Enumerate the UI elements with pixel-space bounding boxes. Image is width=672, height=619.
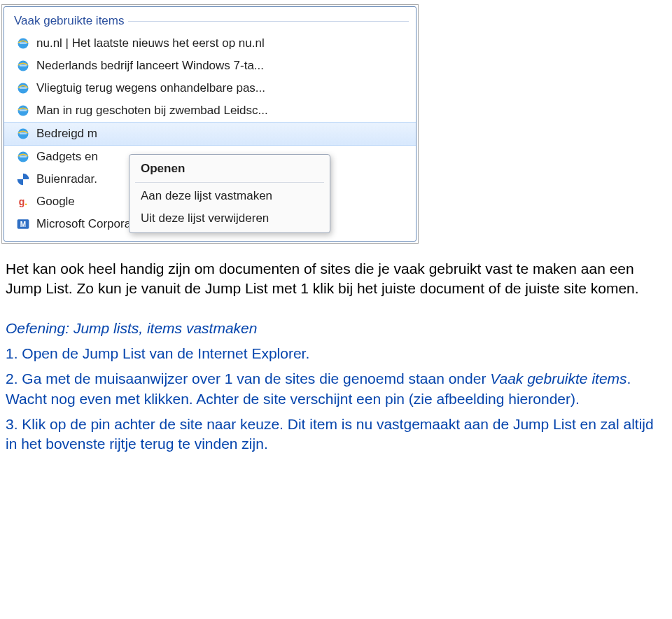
jump-list-item-label: Buienradar. xyxy=(36,172,97,186)
step-2: 2. Ga met de muisaanwijzer over 1 van de… xyxy=(6,369,666,409)
ie-icon xyxy=(15,149,31,165)
ie-icon xyxy=(15,58,31,74)
svg-rect-5 xyxy=(20,87,27,89)
svg-rect-3 xyxy=(20,64,27,67)
svg-text:M: M xyxy=(20,221,26,228)
jump-list-item-label: Vliegtuig terug wegens onhandelbare pas.… xyxy=(36,81,265,95)
paragraph-intro: Het kan ook heel handig zijn om document… xyxy=(6,259,666,299)
jump-list-item-label: nu.nl | Het laatste nieuws het eerst op … xyxy=(36,36,265,50)
jump-list-item-label: Bedreigd m xyxy=(36,127,97,141)
ie-icon xyxy=(15,81,31,96)
ie-icon xyxy=(15,126,31,141)
svg-rect-11 xyxy=(20,155,27,158)
jump-list-item-label: Google xyxy=(36,195,75,209)
section-header-label: Vaak gebruikte items xyxy=(14,14,124,28)
jump-list-item-label: Man in rug geschoten bij zwembad Leidsc.… xyxy=(36,104,268,118)
exercise-heading: Oefening: Jump lists, items vastmaken xyxy=(6,319,666,338)
context-menu-remove[interactable]: Uit deze lijst verwijderen xyxy=(131,207,328,230)
jump-list-item-label: Gadgets en xyxy=(36,150,98,164)
section-header-rule xyxy=(128,21,409,22)
jump-list-window: Vaak gebruikte items nu.nl | Het laatste… xyxy=(4,6,416,242)
svg-rect-7 xyxy=(20,109,27,111)
jump-list-item[interactable]: Nederlands bedrijf lanceert Windows 7-ta… xyxy=(4,55,416,77)
step-3: 3. Klik op de pin achter de site naar ke… xyxy=(6,415,666,454)
jump-list-item-selected[interactable]: Bedreigd m xyxy=(4,122,416,146)
context-menu-separator xyxy=(135,182,324,183)
microsoft-icon: M xyxy=(15,216,31,232)
context-menu: Openen Aan deze lijst vastmaken Uit deze… xyxy=(129,154,330,233)
ie-icon xyxy=(15,36,31,51)
document-body: Het kan ook heel handig zijn om document… xyxy=(0,252,672,474)
jump-list-item[interactable]: nu.nl | Het laatste nieuws het eerst op … xyxy=(4,32,416,55)
google-icon: g. xyxy=(15,194,31,209)
context-menu-open[interactable]: Openen xyxy=(131,158,328,180)
svg-rect-1 xyxy=(20,42,27,44)
context-menu-pin[interactable]: Aan deze lijst vastmaken xyxy=(131,185,328,207)
step-1: 1. Open de Jump List van de Internet Exp… xyxy=(6,344,666,363)
jump-list-item-label: Nederlands bedrijf lanceert Windows 7-ta… xyxy=(36,59,264,73)
step-2-term: Vaak gebruikte items xyxy=(490,370,626,387)
svg-rect-9 xyxy=(20,132,27,134)
jump-list-section-header: Vaak gebruikte items xyxy=(4,11,416,32)
step-2-text-a: 2. Ga met de muisaanwijzer over 1 van de… xyxy=(6,370,490,387)
buienradar-icon xyxy=(15,172,31,187)
jump-list-item[interactable]: Vliegtuig terug wegens onhandelbare pas.… xyxy=(4,77,416,99)
ie-icon xyxy=(15,103,31,118)
jump-list-screenshot: Vaak gebruikte items nu.nl | Het laatste… xyxy=(1,4,419,244)
jump-list-item[interactable]: Man in rug geschoten bij zwembad Leidsc.… xyxy=(4,99,416,122)
